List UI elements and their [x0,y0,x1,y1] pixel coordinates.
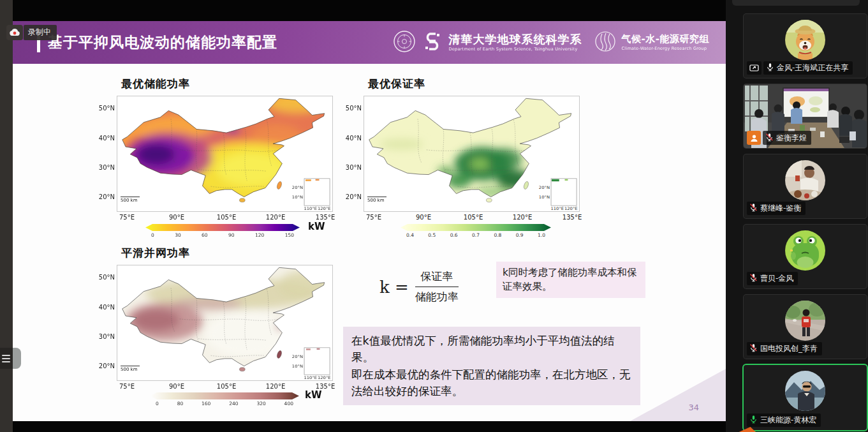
participant-tile-sharer[interactable]: 金风-王海斌正在共享 [744,14,867,78]
inset-ytick: 10°N [292,364,303,369]
x-tick: 105°E [217,383,236,390]
y-tick: 40°N [92,135,115,142]
avatar-red-vest-photo [785,301,825,341]
cbar-tick: 0 [151,232,154,238]
avatar-dinner-photo [785,160,825,200]
colorbar-unit: kW [305,389,322,401]
formula-denominator: 储能功率 [415,287,459,304]
x-tick: 105°E [464,214,483,221]
inset-xtick: 120°E [318,207,331,211]
person-badge [747,131,761,145]
x-tick: 90°E [169,214,184,221]
x-tick: 90°E [169,383,184,390]
participant-list-drawer-tab[interactable] [0,348,21,369]
cbar-tick: 0.6 [450,232,458,238]
k-formula: k = 保证率 储能功率 [379,269,459,304]
avatar-shiba-dog [785,20,825,60]
scale-bar: 500 km [121,366,140,372]
k-note-box: k同时考虑了储能功率成本和保证率效果。 [496,262,645,298]
participant-name: 曹贝-金风 [760,273,793,284]
shared-screen-letterbox-bottom [13,421,726,432]
inset-xtick: 110°E [304,376,317,380]
formula-fraction: 保证率 储能功率 [415,269,459,304]
y-tick: 40°N [92,304,115,311]
slide-body: 最优储能功率 [13,64,726,421]
x-tick: 75°E [366,214,381,221]
participant-tile[interactable]: 曹贝-金风 [744,225,867,288]
cbar-tick: 1.0 [538,232,545,238]
participant-tile[interactable]: 蔡继峰-鉴衡 [744,154,867,218]
x-tick: 135°E [563,214,582,221]
participant-tile-room[interactable]: 鉴衡李煌 [744,84,867,148]
map-optimal-guarantee-rate: 最优保证率 [364,74,670,240]
shared-screen-letterbox-top [13,0,726,21]
dept-name-cn: 清華大学地球系统科学系 [449,33,582,46]
slide-page-number: 34 [688,403,699,412]
participant-name: 三峡能源-黄林宏 [760,415,816,426]
cbar-tick: 150 [285,232,294,238]
inset-ytick: 20°N [539,185,550,190]
group-text: 气候-水-能源研究组 Climate-Water-Energy Research… [622,34,709,51]
x-tick: 120°E [513,214,532,221]
inset-xtick: 110°E [304,207,317,211]
mic-muted-icon [749,203,758,214]
colorbar: 0 30 60 90 120 150 [145,224,300,238]
mic-muted-icon [749,343,758,354]
map-title: 最优储能功率 [121,77,190,91]
y-tick: 30°N [339,164,362,171]
cbar-tick: 80 [177,401,184,406]
x-tick: 90°E [416,214,431,221]
participant-name: 金风-王海斌正在共享 [777,63,848,73]
avatar-frog-cartoon [785,230,825,271]
y-tick: 50°N [92,274,115,281]
cloud-record-icon[interactable] [6,25,23,40]
tsinghua-seal-logo [393,30,416,56]
map-title: 平滑并网功率 [121,246,190,260]
slide-header: 基于平抑风电波动的储能功率配置 清華大学地球系统科学系 [13,21,726,64]
formula-numerator: 保证率 [415,269,459,287]
y-tick: 20°N [92,362,115,369]
participant-tile[interactable]: 国电投风创_李青 [744,295,867,359]
cbar-tick: 120 [255,232,264,238]
org-logos: 清華大学地球系统科学系 Department of Earth System S… [393,30,709,56]
earth-system-science-logo [422,31,443,55]
map-plot: 20°N 10°N 110°E 120°E 50°N 40°N 30°N 20°… [364,96,580,212]
participant-name: 鉴衡李煌 [776,133,807,144]
cbar-tick: 30 [175,232,181,238]
cbar-tick: 0.9 [516,232,524,238]
x-tick: 75°E [119,214,135,221]
dept-text: 清華大学地球系统科学系 Department of Earth System S… [449,33,582,52]
recording-indicator[interactable]: 录制中 [6,25,57,40]
drawer-handle[interactable] [13,348,21,369]
cbar-tick: 240 [229,401,238,406]
group-name-en: Climate-Water-Energy Research Group [622,46,709,51]
screen-share-icon [747,61,761,75]
cbar-tick: 0.5 [428,232,436,238]
conclusion-box: 在k值最优情况下，所需储能功率均小于平均值法的结果。 即在成本最优的条件下配置的… [343,327,640,405]
inset-xtick: 110°E [550,207,564,211]
participants-panel[interactable]: 金风-王海斌正在共享 [726,0,868,432]
cbar-tick: 160 [202,401,210,406]
cbar-tick: 320 [256,401,265,406]
scale-bar: 500 km [121,197,140,203]
participant-tile-active-speaker[interactable]: 三峡能源-黄林宏 [744,365,867,430]
group-name-cn: 气候-水-能源研究组 [622,34,709,45]
y-tick: 40°N [339,135,362,142]
x-tick: 135°E [316,214,335,221]
map-plot: 20°N 10°N 110°E 120°E 50°N 40°N 30°N 20°… [117,96,333,212]
colorbar-unit: kW [308,221,325,232]
y-tick: 50°N [339,105,362,112]
meeting-window: 录制中 基于平抑风电波动的储能功率配置 [0,0,868,432]
formula-lhs: k = [379,278,409,297]
cbar-tick: 90 [228,232,235,238]
inset-ytick: 10°N [292,195,303,200]
participant-name: 国电投风创_李青 [760,343,818,354]
cbar-tick: 0 [156,401,159,406]
cbar-tick: 60 [202,232,208,238]
inset-xtick: 120°E [564,207,578,211]
cbar-tick: 400 [284,401,293,406]
x-tick: 105°E [217,214,236,221]
y-tick: 20°N [92,193,115,200]
inset-xtick: 120°E [318,376,331,380]
panel-top-edge [732,0,860,6]
